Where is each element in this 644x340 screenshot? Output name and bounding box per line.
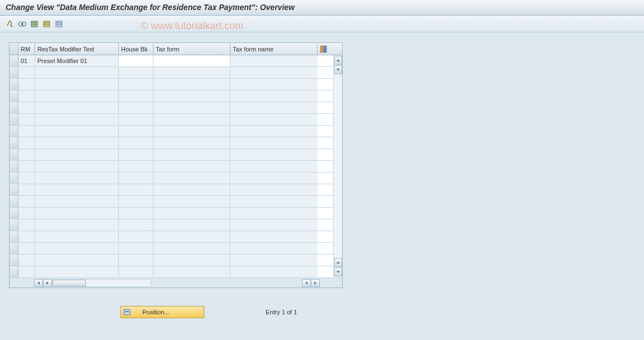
- cell-mod-text[interactable]: [35, 196, 119, 207]
- cell-rm[interactable]: [18, 208, 35, 219]
- cell-house-bk[interactable]: [119, 55, 153, 66]
- cell-rm[interactable]: [18, 137, 35, 149]
- cell-tax-form[interactable]: [153, 231, 230, 242]
- header-tax-form-name[interactable]: Tax form name: [230, 43, 318, 55]
- row-selector[interactable]: [9, 55, 18, 66]
- cell-rm[interactable]: 01: [18, 55, 35, 66]
- cell-tax-form-name[interactable]: [230, 266, 318, 277]
- row-selector[interactable]: [9, 219, 18, 231]
- cell-tax-form[interactable]: [153, 79, 230, 90]
- cell-house-bk[interactable]: [119, 137, 153, 149]
- cell-mod-text[interactable]: [35, 67, 119, 78]
- cell-house-bk[interactable]: [119, 231, 153, 242]
- cell-rm[interactable]: [18, 255, 35, 266]
- cell-house-bk[interactable]: [119, 255, 153, 266]
- cell-mod-text[interactable]: [35, 126, 119, 137]
- cell-tax-form[interactable]: [153, 102, 230, 113]
- row-selector[interactable]: [9, 126, 18, 137]
- table-row[interactable]: [9, 102, 333, 114]
- table-row[interactable]: [9, 173, 333, 184]
- cell-mod-text[interactable]: [35, 173, 119, 184]
- table-row[interactable]: [9, 196, 333, 208]
- cell-rm[interactable]: [18, 90, 35, 102]
- header-select-all[interactable]: [9, 43, 18, 55]
- cell-rm[interactable]: [18, 196, 35, 207]
- cell-tax-form[interactable]: [153, 126, 230, 137]
- cell-mod-text[interactable]: [35, 90, 119, 102]
- cell-house-bk[interactable]: [119, 219, 153, 231]
- cell-tax-form-name[interactable]: [230, 161, 318, 172]
- cell-tax-form[interactable]: [153, 173, 230, 184]
- cell-tax-form[interactable]: [153, 266, 230, 277]
- cell-tax-form-name[interactable]: [230, 102, 318, 113]
- copy-icon[interactable]: [41, 18, 52, 30]
- table-row[interactable]: [9, 219, 333, 231]
- cell-tax-form-name[interactable]: [230, 184, 318, 195]
- table-row[interactable]: [9, 67, 333, 79]
- row-selector[interactable]: [9, 266, 18, 277]
- row-selector[interactable]: [9, 90, 18, 102]
- cell-house-bk[interactable]: [119, 243, 153, 254]
- table-row[interactable]: [9, 114, 333, 126]
- cell-mod-text[interactable]: [35, 161, 119, 172]
- cell-rm[interactable]: [18, 114, 35, 125]
- row-selector[interactable]: [9, 114, 18, 125]
- cell-house-bk[interactable]: [119, 208, 153, 219]
- scroll-down2-icon[interactable]: [334, 267, 342, 276]
- cell-tax-form[interactable]: [153, 255, 230, 266]
- table-row[interactable]: [9, 266, 333, 278]
- cell-house-bk[interactable]: [119, 79, 153, 90]
- cell-house-bk[interactable]: [119, 149, 153, 160]
- cell-tax-form[interactable]: [153, 219, 230, 231]
- cell-mod-text[interactable]: [35, 255, 119, 266]
- table-row[interactable]: [9, 90, 333, 102]
- header-mod-text[interactable]: ResTax Modifier Text: [35, 43, 119, 55]
- cell-house-bk[interactable]: [119, 126, 153, 137]
- hscroll-track[interactable]: [52, 279, 151, 287]
- cell-rm[interactable]: [18, 149, 35, 160]
- cell-mod-text[interactable]: [35, 219, 119, 231]
- cell-mod-text[interactable]: [35, 149, 119, 160]
- cell-tax-form[interactable]: [153, 67, 230, 78]
- cell-house-bk[interactable]: [119, 67, 153, 78]
- cell-rm[interactable]: [18, 231, 35, 242]
- table-row[interactable]: [9, 208, 333, 219]
- position-button[interactable]: Position...: [121, 306, 204, 318]
- cell-tax-form-name[interactable]: [230, 137, 318, 149]
- cell-mod-text[interactable]: Preset Modifier 01: [35, 55, 119, 66]
- cell-house-bk[interactable]: [119, 196, 153, 207]
- table-row[interactable]: [9, 149, 333, 161]
- cell-house-bk[interactable]: [119, 102, 153, 113]
- table-row[interactable]: [9, 184, 333, 196]
- cell-tax-form[interactable]: [153, 243, 230, 254]
- cell-rm[interactable]: [18, 161, 35, 172]
- cell-tax-form-name[interactable]: [230, 255, 318, 266]
- header-tax-form[interactable]: Tax form: [153, 43, 230, 55]
- cell-rm[interactable]: [18, 102, 35, 113]
- row-selector[interactable]: [9, 184, 18, 195]
- display-icon[interactable]: [17, 18, 28, 30]
- cell-tax-form-name[interactable]: [230, 67, 318, 78]
- cell-house-bk[interactable]: [119, 161, 153, 172]
- row-selector[interactable]: [9, 196, 18, 207]
- cell-mod-text[interactable]: [35, 243, 119, 254]
- table-row[interactable]: [9, 243, 333, 255]
- cell-tax-form[interactable]: [153, 90, 230, 102]
- cell-rm[interactable]: [18, 67, 35, 78]
- cell-tax-form[interactable]: [153, 208, 230, 219]
- cell-rm[interactable]: [18, 243, 35, 254]
- cell-rm[interactable]: [18, 173, 35, 184]
- cell-tax-form-name[interactable]: [230, 55, 318, 66]
- cell-tax-form[interactable]: [153, 114, 230, 125]
- row-selector[interactable]: [9, 161, 18, 172]
- scroll-thumb[interactable]: [334, 65, 342, 74]
- hscroll-left-end-icon[interactable]: [34, 279, 43, 287]
- cell-tax-form[interactable]: [153, 149, 230, 160]
- header-house-bk[interactable]: House Bk: [119, 43, 153, 55]
- header-rm[interactable]: RM: [18, 43, 35, 55]
- row-selector[interactable]: [9, 173, 18, 184]
- cell-tax-form[interactable]: [153, 55, 230, 66]
- cell-rm[interactable]: [18, 126, 35, 137]
- hscroll-thumb[interactable]: [52, 280, 86, 286]
- table-row[interactable]: [9, 79, 333, 90]
